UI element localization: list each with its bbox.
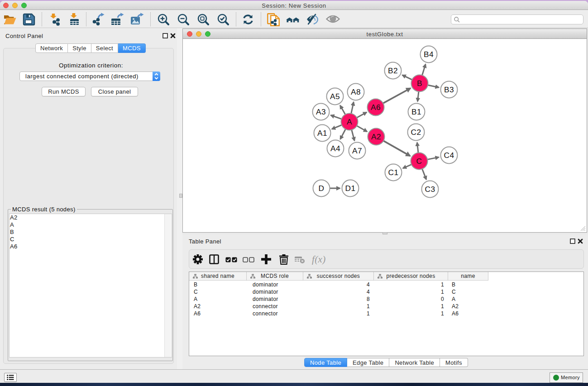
svg-text:C3: C3 (425, 185, 435, 194)
svg-text:A5: A5 (330, 92, 340, 101)
svg-text:B4: B4 (424, 50, 434, 59)
svg-text:C: C (416, 157, 422, 166)
svg-text:A7: A7 (352, 146, 362, 155)
svg-text:D: D (319, 184, 325, 193)
svg-text:B: B (417, 79, 422, 88)
svg-text:D1: D1 (345, 184, 356, 193)
svg-text:B1: B1 (411, 107, 421, 116)
svg-text:A8: A8 (351, 87, 361, 96)
svg-text:A: A (347, 117, 352, 126)
svg-text:A3: A3 (316, 107, 326, 116)
svg-text:C2: C2 (411, 128, 421, 137)
svg-text:A6: A6 (371, 103, 381, 112)
svg-text:B3: B3 (444, 85, 454, 94)
svg-text:A2: A2 (371, 132, 381, 141)
svg-text:C1: C1 (388, 168, 399, 177)
svg-text:B2: B2 (388, 66, 398, 75)
svg-text:C4: C4 (444, 151, 454, 160)
svg-text:A4: A4 (330, 144, 340, 153)
svg-text:A1: A1 (317, 129, 327, 138)
